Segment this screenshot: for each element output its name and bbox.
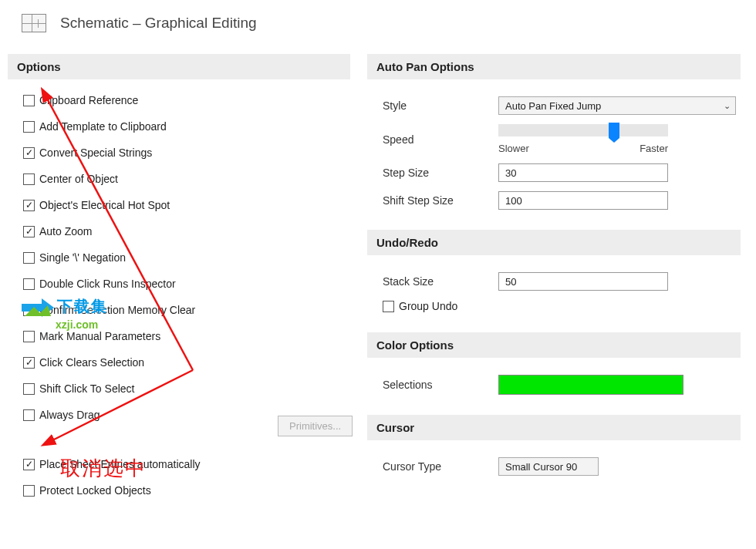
option-checkbox[interactable] <box>23 305 35 316</box>
chevron-down-icon: ⌄ <box>724 101 731 111</box>
option-row: Confirm Selection Memory Clear <box>23 304 346 316</box>
step-size-input[interactable]: 30 <box>498 163 668 182</box>
option-row: Mark Manual Parameters <box>23 330 346 342</box>
selections-color-swatch[interactable] <box>498 375 683 395</box>
option-label: Add Template to Clipboard <box>39 120 167 133</box>
stack-size-input[interactable]: 50 <box>498 272 668 291</box>
option-label: Shift Click To Select <box>39 382 134 395</box>
option-row: Clipboard Reference <box>23 94 346 106</box>
option-row: Add Template to Clipboard <box>23 120 346 133</box>
speed-slower-label: Slower <box>498 143 529 154</box>
option-row: Shift Click To Select <box>23 382 346 395</box>
options-column: Options Clipboard ReferenceAdd Template … <box>8 54 350 521</box>
option-checkbox[interactable] <box>23 331 35 342</box>
cursor-section-header: Cursor <box>367 415 741 440</box>
stack-size-label: Stack Size <box>383 275 498 288</box>
speed-slider-thumb[interactable] <box>609 123 619 138</box>
shift-step-label: Shift Step Size <box>383 194 498 207</box>
option-row: Convert Special Strings <box>23 147 346 159</box>
options-section-header: Options <box>8 54 350 79</box>
option-checkbox[interactable] <box>23 409 35 421</box>
page-header: Schematic – Graphical Editing <box>0 0 756 40</box>
option-row: Single '\' Negation <box>23 251 346 264</box>
option-label: Double Click Runs Inspector <box>39 278 176 290</box>
cursor-body: Cursor Type Small Cursor 90 <box>367 440 741 496</box>
option-checkbox[interactable] <box>23 357 35 369</box>
annotation-text: 取消选中 <box>60 455 147 482</box>
shift-step-input[interactable]: 100 <box>498 191 668 210</box>
option-label: Confirm Selection Memory Clear <box>39 304 195 316</box>
style-dropdown[interactable]: Auto Pan Fixed Jump ⌄ <box>498 96 736 115</box>
option-row: Center of Object <box>23 173 346 185</box>
options-list: Clipboard ReferenceAdd Template to Clipb… <box>8 79 350 521</box>
option-label: Single '\' Negation <box>39 251 126 264</box>
group-undo-label: Group Undo <box>399 300 457 312</box>
style-value: Auto Pan Fixed Jump <box>505 100 601 112</box>
option-checkbox[interactable] <box>23 226 35 237</box>
group-undo-checkbox[interactable] <box>383 301 394 312</box>
option-label: Clipboard Reference <box>39 94 138 106</box>
option-row: Object's Electrical Hot Spot <box>23 199 346 211</box>
speed-faster-label: Faster <box>640 143 668 154</box>
option-label: Mark Manual Parameters <box>39 330 160 342</box>
option-label: Click Clears Selection <box>39 356 144 369</box>
option-checkbox[interactable] <box>23 459 35 470</box>
autopan-body: Style Auto Pan Fixed Jump ⌄ Speed Slower… <box>367 79 741 230</box>
color-body: Selections <box>367 358 741 415</box>
undo-body: Stack Size 50 Group Undo <box>367 255 741 332</box>
option-checkbox[interactable] <box>23 485 35 497</box>
option-checkbox[interactable] <box>23 147 35 159</box>
option-row: Protect Locked Objects <box>23 484 346 497</box>
option-checkbox[interactable] <box>23 95 35 106</box>
step-size-label: Step Size <box>383 167 498 179</box>
option-checkbox[interactable] <box>23 383 35 395</box>
color-section-header: Color Options <box>367 332 741 358</box>
option-row: Click Clears Selection <box>23 356 346 369</box>
page-title: Schematic – Graphical Editing <box>60 15 257 32</box>
undo-section-header: Undo/Redo <box>367 230 741 255</box>
option-row: Auto Zoom <box>23 225 346 237</box>
option-label: Always Drag <box>39 409 100 421</box>
option-label: Auto Zoom <box>39 225 92 237</box>
option-checkbox[interactable] <box>23 200 35 211</box>
selections-label: Selections <box>383 379 498 391</box>
style-label: Style <box>383 99 498 112</box>
option-checkbox[interactable] <box>23 252 35 264</box>
right-column: Auto Pan Options Style Auto Pan Fixed Ju… <box>367 54 748 521</box>
speed-slider[interactable] <box>498 124 668 136</box>
schematic-icon <box>22 14 46 32</box>
option-label: Protect Locked Objects <box>39 484 151 497</box>
cursor-type-value: Small Cursor 90 <box>505 461 577 473</box>
option-label: Center of Object <box>39 173 118 185</box>
autopan-section-header: Auto Pan Options <box>367 54 741 79</box>
option-checkbox[interactable] <box>23 278 35 290</box>
option-label: Object's Electrical Hot Spot <box>39 199 170 211</box>
option-checkbox[interactable] <box>23 173 35 185</box>
cursor-type-label: Cursor Type <box>383 460 498 473</box>
option-label: Convert Special Strings <box>39 147 152 159</box>
option-checkbox[interactable] <box>23 121 35 133</box>
speed-label: Speed <box>383 133 498 146</box>
primitives-button[interactable]: Primitives... <box>278 416 353 436</box>
option-row: Double Click Runs Inspector <box>23 278 346 290</box>
cursor-type-dropdown[interactable]: Small Cursor 90 <box>498 457 599 476</box>
